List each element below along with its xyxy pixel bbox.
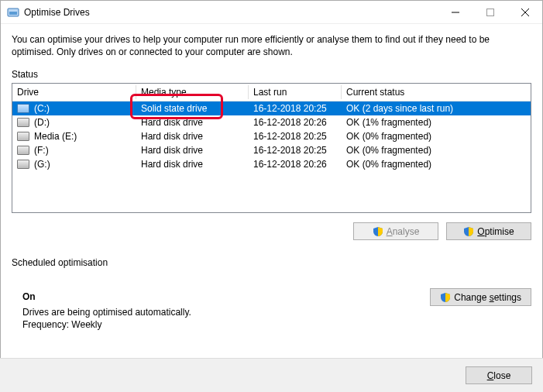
last-run: 16-12-2018 20:26 [249,115,342,129]
schedule-state: On [22,291,414,302]
shield-icon [440,292,451,303]
last-run: 16-12-2018 20:25 [249,101,342,115]
schedule-desc: Drives are being optimised automatically… [22,307,414,318]
status-label: Status [12,69,531,80]
current-status: OK (0% fragmented) [342,129,531,143]
col-drive[interactable]: Drive [12,84,136,101]
table-row[interactable]: (D:)Hard disk drive16-12-2018 20:26OK (1… [12,115,531,129]
schedule-frequency: Frequency: Weekly [22,319,414,330]
drive-name: (C:) [34,103,50,114]
shield-icon [373,226,383,237]
titlebar: Optimise Drives [1,1,542,24]
table-row[interactable]: (G:)Hard disk drive16-12-2018 20:26OK (0… [12,157,531,171]
minimize-button[interactable] [438,1,473,24]
column-headers: Drive Media type Last run Current status [12,84,531,101]
maximize-button[interactable] [473,1,507,24]
current-status: OK (1% fragmented) [342,115,531,129]
drive-name: (F:) [34,145,49,156]
svg-rect-1 [9,12,17,15]
table-row[interactable]: Media (E:)Hard disk drive16-12-2018 20:2… [12,129,531,143]
current-status: OK (0% fragmented) [342,143,531,157]
app-icon [7,6,19,19]
analyse-button: Analyse [353,222,438,240]
optimise-button[interactable]: Optimise [446,222,531,240]
current-status: OK (0% fragmented) [342,157,531,171]
hdd-icon [17,132,29,141]
window-title: Optimise Drives [24,7,90,18]
media-type: Hard disk drive [136,143,249,157]
col-media[interactable]: Media type [136,84,249,101]
svg-rect-3 [486,9,493,15]
media-type: Hard disk drive [136,157,249,171]
hdd-icon [17,160,29,169]
last-run: 16-12-2018 20:26 [249,157,342,171]
drive-name: (G:) [34,159,50,170]
schedule-label: Scheduled optimisation [12,257,531,268]
media-type: Solid state drive [136,101,249,115]
hdd-icon [17,118,29,127]
media-type: Hard disk drive [136,115,249,129]
hdd-icon [17,146,29,155]
content-area: You can optimise your drives to help you… [1,24,542,339]
ssd-icon [17,104,29,113]
drives-listview[interactable]: Drive Media type Last run Current status… [12,83,531,213]
drive-name: (D:) [34,117,50,128]
close-window-button[interactable]: Close [466,366,532,384]
table-row[interactable]: (F:)Hard disk drive16-12-2018 20:25OK (0… [12,143,531,157]
footer: Close [0,358,543,392]
change-settings-button[interactable]: Change settings [430,288,531,306]
col-status[interactable]: Current status [342,84,531,101]
last-run: 16-12-2018 20:25 [249,143,342,157]
drive-name: Media (E:) [34,131,77,142]
media-type: Hard disk drive [136,129,249,143]
table-row[interactable]: (C:)Solid state drive16-12-2018 20:25OK … [12,101,531,115]
col-last[interactable]: Last run [249,84,342,101]
close-button[interactable] [507,1,542,24]
last-run: 16-12-2018 20:25 [249,129,342,143]
shield-icon [463,226,474,237]
intro-text: You can optimise your drives to help you… [12,33,531,58]
current-status: OK (2 days since last run) [342,101,531,115]
